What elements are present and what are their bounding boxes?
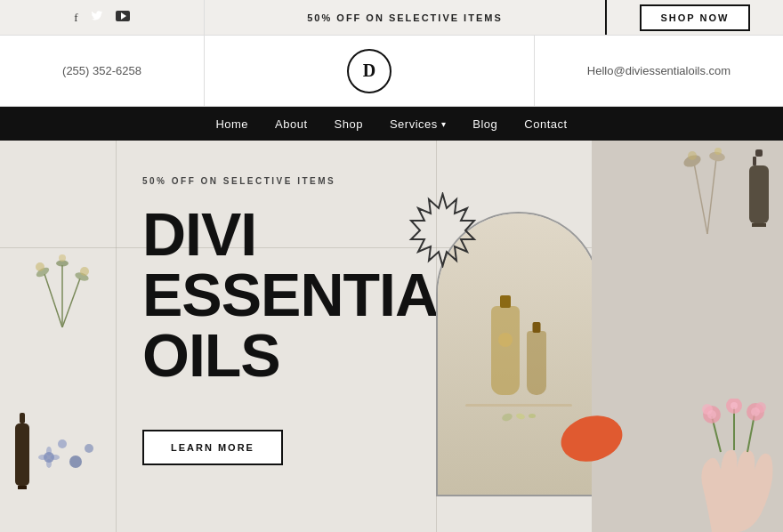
- svg-rect-21: [18, 486, 27, 489]
- nav-item-blog[interactable]: Blog: [472, 117, 497, 131]
- starburst-decoration: [405, 192, 480, 268]
- nav-item-about[interactable]: About: [275, 117, 307, 131]
- social-links: f: [0, 0, 205, 35]
- hero-promo-text: 50% OFF ON SELECTIVE ITEMS: [142, 176, 409, 186]
- nav-item-contact[interactable]: Contact: [524, 117, 567, 131]
- learn-more-button[interactable]: LEARN MORE: [142, 430, 283, 465]
- promo-text: 50% OFF ON SELECTIVE ITEMS: [205, 0, 605, 35]
- hero-section: 50% OFF ON SELECTIVE ITEMS DIVI ESSENTIA…: [0, 141, 783, 532]
- twitter-icon[interactable]: [91, 10, 103, 25]
- top-bar: f 50% OFF ON SELECTIVE ITEMS SHOP NOW: [0, 0, 783, 36]
- oil-bottles: [491, 306, 546, 395]
- dried-herbs-decoration: [18, 247, 107, 327]
- svg-rect-23: [755, 149, 763, 157]
- svg-rect-26: [752, 223, 766, 227]
- nav-item-shop[interactable]: Shop: [335, 117, 363, 131]
- logo-area[interactable]: D: [205, 36, 534, 106]
- svg-point-15: [46, 447, 52, 455]
- site-header: (255) 352-6258 D Hello@diviessentialoils…: [0, 36, 783, 107]
- svg-point-41: [707, 410, 716, 419]
- svg-point-13: [69, 455, 82, 468]
- svg-marker-22: [411, 194, 474, 266]
- blue-flowers-decoration: [36, 422, 107, 496]
- facebook-icon[interactable]: f: [74, 11, 77, 25]
- svg-point-16: [46, 459, 52, 468]
- svg-point-42: [731, 402, 738, 409]
- bottle-left-decoration: [11, 413, 42, 523]
- dried-flower-tr: [676, 145, 739, 238]
- hero-content: 50% OFF ON SELECTIVE ITEMS DIVI ESSENTIA…: [116, 141, 436, 532]
- nav-item-home[interactable]: Home: [215, 117, 248, 131]
- svg-point-8: [36, 262, 44, 271]
- svg-rect-24: [753, 157, 756, 165]
- svg-line-4: [62, 278, 80, 327]
- svg-point-43: [751, 407, 760, 416]
- svg-point-18: [51, 455, 60, 460]
- svg-point-14: [85, 444, 93, 453]
- svg-point-9: [59, 254, 66, 262]
- nav-item-services[interactable]: Services ▾: [390, 117, 446, 131]
- svg-rect-25: [749, 165, 769, 223]
- svg-point-10: [80, 267, 89, 276]
- shop-now-cta[interactable]: SHOP NOW: [605, 0, 783, 35]
- shop-now-button[interactable]: SHOP NOW: [640, 4, 751, 31]
- main-nav: Home About Shop Services ▾ Blog Contact: [0, 107, 783, 141]
- hand-flowers-decoration: [658, 399, 783, 532]
- phone-number: (255) 352-6258: [0, 36, 205, 106]
- svg-point-12: [58, 439, 67, 448]
- bottle-tr-decoration: [747, 149, 774, 251]
- svg-rect-20: [15, 423, 29, 486]
- right-decoration-panel: [592, 141, 783, 532]
- svg-line-2: [44, 274, 62, 327]
- svg-line-27: [694, 163, 707, 234]
- svg-line-28: [707, 158, 716, 234]
- svg-rect-19: [20, 413, 25, 423]
- services-dropdown-arrow: ▾: [441, 119, 447, 129]
- site-logo[interactable]: D: [347, 49, 392, 93]
- svg-point-32: [714, 148, 722, 155]
- hero-title: DIVI ESSENTIAL OILS: [142, 204, 409, 385]
- svg-point-31: [688, 151, 697, 160]
- youtube-icon[interactable]: [116, 11, 130, 25]
- email-address: Hello@diviessentialoils.com: [534, 36, 783, 106]
